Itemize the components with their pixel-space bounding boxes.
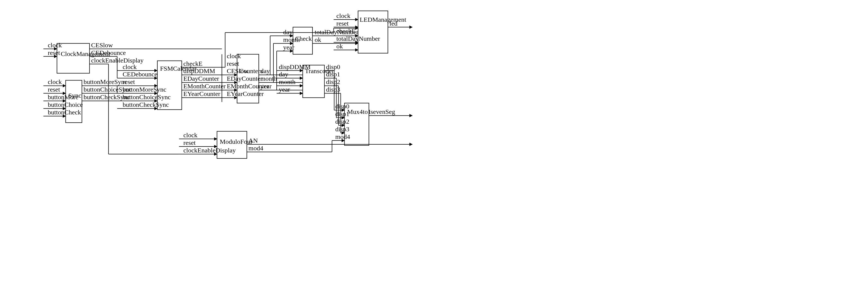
port-label: clock [48,78,62,85]
port-label: CEDebounce [123,71,157,78]
port-label: buttonChoice [48,101,83,108]
port-label: mod4 [335,133,350,140]
port-label: CEDebounce [91,49,126,56]
port-label: disp3 [326,86,340,93]
block-clockmanagement [57,43,90,74]
port-label: year [260,83,272,90]
port-label: dispDDMM [279,63,311,70]
port-label: ok [315,36,321,43]
port-label: year [283,44,294,51]
port-label: buttonMoreSync [84,78,127,85]
port-label: reset [48,86,60,93]
port-label: EDayCounter [183,75,219,82]
port-label: disp1 [326,71,340,78]
port-label: clock [227,53,241,60]
port-label: disp1 [335,110,349,117]
port-label: EYearCounter [183,90,220,97]
port-label: month [283,36,300,43]
port-label: clock [123,63,137,70]
port-label: reset [227,60,239,67]
port-label: buttonMore [48,93,79,100]
port-label: AN [248,137,258,144]
port-label: buttonMoreSync [123,86,166,93]
block-title: LEDManagement [360,16,407,23]
port-label: clock [48,41,62,49]
block-title: Mux4to1 [347,108,371,115]
port-label: EYearCounter [227,90,264,97]
port-label: month [279,78,296,85]
port-label: day [283,29,293,36]
port-label: disp3 [335,125,349,133]
port-label: sevenSeg [370,108,395,115]
port-label: reset [336,20,349,27]
port-label: buttonCheck [48,109,81,116]
port-label: CESlow [227,68,249,75]
port-label: buttonCheckSync [123,101,169,108]
port-label: dispDDMM [183,68,215,75]
port-label: reset [183,139,196,146]
port-label: buttonChoiceSync [123,93,170,100]
block-diagram: ClockManagement clock reset CESlow CEDeb… [0,0,868,293]
port-label: day [260,68,270,75]
port-label: disp0 [326,63,340,70]
port-label: year [279,86,290,93]
port-label: mod4 [248,145,264,152]
port-label: clock [183,131,197,139]
port-label: clockEnableDisplay [183,147,236,154]
port-label: led [390,20,397,27]
port-label: disp2 [335,118,349,125]
port-label: disp0 [335,103,349,110]
port-label: disp2 [326,78,340,85]
port-label: reset [48,49,60,56]
port-label: day [279,71,288,78]
port-label: reset [123,78,135,85]
port-label: CESlow [91,41,113,49]
port-label: clock [336,12,350,19]
port-label: EMonthCounter [183,83,226,90]
port-label: checkE [183,60,203,67]
port-label: EDayCounter [227,75,262,82]
port-label: month [260,75,277,82]
